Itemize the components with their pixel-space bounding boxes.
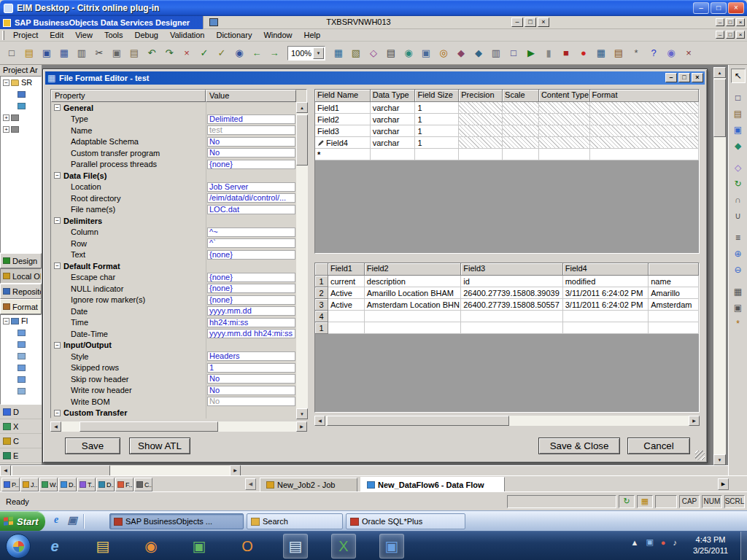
minimized-window-tab[interactable]: D.. (96, 478, 115, 491)
close-button[interactable]: × (728, 2, 744, 14)
schema-cell[interactable]: Field1 (315, 102, 371, 114)
menu-item[interactable]: View (69, 29, 98, 42)
minimized-window-tab[interactable]: P.. (1, 478, 20, 491)
property-value-cell[interactable]: No (206, 136, 296, 148)
menu-item[interactable]: Dictionary (210, 29, 258, 42)
property-row[interactable]: Timehh24:mi:ss (51, 317, 296, 329)
panel-section-tab[interactable]: Format (0, 299, 42, 314)
property-value-cell[interactable]: yyyy.mm.dd (206, 306, 296, 317)
schema-new-row[interactable]: * (315, 149, 699, 160)
session-minimize-button[interactable]: – (511, 18, 523, 27)
collapse-icon[interactable]: − (54, 262, 61, 269)
collapse-icon[interactable]: − (54, 104, 61, 111)
tree-item[interactable]: −Fl (1, 315, 41, 327)
dialog-titlebar[interactable]: ▦ File Format Editor - test – □ × (45, 71, 705, 85)
minimized-window-tab[interactable]: J.. (20, 478, 39, 491)
tray-show-hidden-icon[interactable]: ▲ (631, 538, 639, 547)
scroll-left-icon[interactable]: ◀ (50, 421, 61, 432)
scrollbar-thumb[interactable] (327, 416, 509, 426)
log-icon[interactable]: ▤ (611, 45, 627, 61)
scroll-down-icon[interactable]: ▼ (713, 454, 726, 465)
excel-icon[interactable]: X (331, 534, 356, 559)
minimized-window-tab[interactable]: F.. (115, 478, 133, 491)
scroll-up-icon[interactable]: ▲ (296, 102, 308, 113)
property-row[interactable]: Write row headerNo (51, 385, 296, 397)
print-icon[interactable]: ▥ (74, 45, 90, 61)
property-row[interactable]: Row^` (51, 238, 296, 249)
property-value-cell[interactable]: No (206, 147, 296, 159)
embedded-dataflow-icon[interactable]: ▣ (418, 45, 434, 61)
schema-cell[interactable] (503, 137, 539, 149)
variables-icon[interactable]: ◇ (365, 45, 382, 61)
schema-header-cell[interactable]: Content Type (539, 90, 590, 102)
scroll-up-icon[interactable]: ▲ (713, 67, 726, 78)
property-value-cell[interactable]: {none} (206, 272, 296, 284)
app-close-button[interactable]: × (736, 18, 745, 26)
validate-all-icon[interactable]: ✓ (214, 45, 230, 61)
scroll-left-icon[interactable]: ◀ (314, 416, 325, 426)
media-player-icon[interactable]: ◉ (139, 534, 163, 559)
property-value-cell[interactable]: Delimited (206, 114, 296, 125)
schema-cell[interactable]: varchar (371, 114, 416, 125)
schema-cell[interactable]: 1 (415, 102, 459, 114)
property-row[interactable]: −Default Format (51, 260, 296, 272)
cancel-button[interactable]: Cancel (627, 438, 690, 454)
schema-cell[interactable] (503, 102, 539, 114)
preview-grid-hscrollbar[interactable]: ◀ ▶ (314, 416, 700, 426)
property-row[interactable]: −General (51, 102, 296, 114)
library-item[interactable]: X (0, 419, 42, 434)
stop-icon[interactable]: ■ (558, 45, 574, 61)
schema-cell[interactable]: 1 (415, 137, 459, 149)
property-value-cell[interactable]: {none} (206, 249, 296, 261)
property-row[interactable]: LocationJob Server (51, 182, 296, 193)
internet-explorer-icon[interactable]: e (42, 534, 67, 559)
status-log-pane[interactable]: ▦ (637, 495, 653, 508)
undo-icon[interactable]: ↶ (144, 45, 160, 61)
start-button[interactable]: Start (0, 511, 45, 532)
property-row[interactable]: −Delimiters (51, 215, 296, 227)
panel-section-tab[interactable]: Local Obj (0, 268, 42, 284)
schema-cell[interactable] (590, 125, 699, 137)
tree-item[interactable] (1, 100, 41, 112)
grid-tool-icon[interactable]: ▦ (731, 284, 746, 299)
schema-header-cell[interactable]: Data Type (371, 90, 416, 102)
breakpoint-icon[interactable]: ● (576, 45, 592, 61)
app-green-icon[interactable]: ▣ (187, 534, 212, 559)
scrollbar-thumb[interactable] (713, 79, 726, 137)
object-library-icon[interactable]: ▦ (330, 45, 347, 61)
tree-item[interactable] (1, 385, 41, 397)
property-row[interactable]: Adaptable SchemaNo (51, 136, 296, 148)
preview-header-cell[interactable]: Field2 (365, 263, 461, 276)
preview-header-cell[interactable]: Field3 (461, 263, 562, 276)
annotation-tool-icon[interactable]: ▤ (731, 106, 746, 121)
schema-cell[interactable]: * (315, 149, 371, 160)
back-icon[interactable]: ← (249, 45, 265, 61)
dialog-minimize-button[interactable]: – (665, 73, 677, 82)
property-value-cell[interactable]: 1 (206, 362, 296, 374)
schema-cell[interactable]: varchar (371, 137, 416, 149)
explorer-folder-icon[interactable]: ▤ (90, 534, 115, 559)
property-grid-header-value[interactable]: Value (206, 90, 296, 102)
preview-header-cell[interactable]: Field4 (563, 263, 649, 276)
app-quicklaunch-icon[interactable]: ▣ (66, 513, 79, 526)
property-value-cell[interactable]: {none} (206, 283, 296, 295)
mdi-minimize-button[interactable]: – (716, 31, 724, 39)
property-value-cell[interactable]: ^` (206, 238, 296, 249)
property-row[interactable]: Write BOMNo (51, 396, 296, 408)
property-row[interactable]: Nametest (51, 125, 296, 136)
outlook-icon[interactable]: O (235, 534, 260, 559)
property-row[interactable]: Column^~ (51, 227, 296, 238)
tray-network-icon[interactable]: ▣ (646, 537, 653, 547)
expand-icon[interactable]: + (3, 126, 9, 133)
dialog-close-button[interactable]: × (692, 73, 703, 82)
menu-item[interactable]: Window (258, 29, 298, 42)
paste-icon[interactable]: ▤ (126, 45, 142, 61)
property-row[interactable]: Skipped rows1 (51, 362, 296, 374)
ie-quicklaunch-icon[interactable]: e (50, 513, 63, 526)
validate-icon[interactable]: ✓ (196, 45, 212, 61)
menu-grip[interactable] (2, 31, 4, 40)
project-area-icon[interactable]: ▧ (348, 45, 364, 61)
property-value-cell[interactable]: LOC.dat (206, 204, 296, 216)
output-icon[interactable]: ▤ (383, 45, 399, 61)
schema-cell[interactable] (503, 149, 539, 160)
